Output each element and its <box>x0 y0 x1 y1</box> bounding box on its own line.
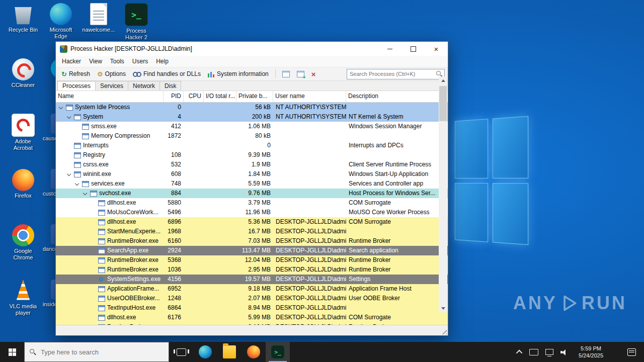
network-icon[interactable] <box>545 349 553 355</box>
process-row[interactable]: smss.exe4121.06 MBWindows Session Manage… <box>56 122 448 131</box>
menu-item-hacker[interactable]: Hacker <box>58 56 85 66</box>
scrollbar-thumb[interactable] <box>439 86 447 121</box>
menu-item-help[interactable]: Help <box>152 56 173 66</box>
toolbar-new-pane-button[interactable] <box>294 70 307 78</box>
search-processes-input[interactable] <box>347 69 445 79</box>
process-row[interactable]: RuntimeBroker.exe61607.03 MBDESKTOP-JGLL… <box>56 236 448 246</box>
process-io <box>204 255 236 265</box>
tab-disk[interactable]: Disk <box>159 81 181 90</box>
process-cpu <box>184 179 204 189</box>
taskbar-clock[interactable]: 5:59 PM 5/24/2025 <box>576 345 606 359</box>
desktop-icon-ccleaner[interactable]: CCleaner <box>5 58 41 88</box>
process-row[interactable]: csrss.exe5321.9 MBClient Server Runtime … <box>56 160 448 169</box>
taskbar-firefox-button[interactable] <box>242 342 266 362</box>
window-close-button[interactable]: × <box>425 42 448 56</box>
process-row[interactable]: dllhost.exe68965.36 MBDESKTOP-JGLLJLD\ad… <box>56 217 448 227</box>
process-pid: 2924 <box>164 246 184 255</box>
taskbar-search[interactable] <box>24 342 169 362</box>
process-row[interactable]: TextInputHost.exe68648.94 MBDESKTOP-JGLL… <box>56 303 448 313</box>
tab-processes[interactable]: Processes <box>57 81 96 90</box>
taskbar-file-explorer-button[interactable] <box>217 342 242 362</box>
process-row[interactable]: Memory Compression187280 kB <box>56 131 448 141</box>
column-header-cpu[interactable]: CPU <box>184 91 204 102</box>
start-button[interactable] <box>0 342 24 362</box>
action-center-button[interactable] <box>623 348 640 356</box>
process-row[interactable]: SearchApp.exe2924113.47 MBDESKTOP-JGLLJL… <box>56 246 448 255</box>
process-row[interactable]: svchost.exe8849.76 MBHost Process for Wi… <box>56 189 448 198</box>
menu-item-view[interactable]: View <box>85 56 106 66</box>
toolbar-terminate-button[interactable]: × <box>309 69 318 79</box>
hidden-icons-chevron-icon[interactable] <box>516 349 523 356</box>
desktop-icon-google-chrome[interactable]: Google Chrome <box>5 224 41 261</box>
menu-item-tools[interactable]: Tools <box>106 56 128 66</box>
process-priv: 1.06 MB <box>236 122 273 131</box>
process-icon <box>98 267 105 273</box>
process-desc: COM Surrogate <box>346 313 439 322</box>
process-row[interactable]: Registry1089.39 MB <box>56 150 448 160</box>
expand-chevron-icon[interactable] <box>75 181 79 185</box>
desktop-icon-recycle-bin[interactable]: Recycle Bin <box>5 3 41 33</box>
tab-network[interactable]: Network <box>128 81 160 90</box>
search-icon <box>30 349 36 355</box>
process-cpu <box>184 208 204 217</box>
process-row[interactable]: ApplicationFrame...69529.18 MBDESKTOP-JG… <box>56 284 448 294</box>
expand-chevron-icon[interactable] <box>59 105 63 109</box>
firefox-icon <box>247 345 260 358</box>
process-row[interactable]: RuntimeBroker.exe536812.04 MBDESKTOP-JGL… <box>56 255 448 265</box>
process-name: System <box>83 112 103 122</box>
scroll-up-button[interactable] <box>439 76 447 84</box>
process-row[interactable]: services.exe7485.59 MBServices and Contr… <box>56 179 448 189</box>
refresh-button[interactable]: ↻ Refresh <box>59 69 93 79</box>
toolbar-pane-button[interactable] <box>280 70 292 78</box>
process-io <box>204 236 236 246</box>
expand-chevron-icon[interactable] <box>83 191 87 195</box>
column-header-private-b[interactable]: Private b... <box>236 91 273 102</box>
desktop-icon-firefox[interactable]: Firefox <box>5 169 41 199</box>
volume-icon[interactable] <box>560 349 569 355</box>
process-row[interactable]: wininit.exe6081.84 MBWindows Start-Up Ap… <box>56 169 448 179</box>
process-name: SystemSettings.exe <box>107 275 160 284</box>
process-row[interactable]: System Idle Process056 kBNT AUTHORITY\SY… <box>56 103 448 112</box>
touch-keyboard-icon[interactable] <box>529 349 538 355</box>
desktop-icon-microsoft-edge[interactable]: Microsoft Edge <box>43 3 79 40</box>
process-row[interactable]: System4200 kBNT AUTHORITY\SYSTEMNT Kerne… <box>56 112 448 122</box>
process-row[interactable]: Interrupts0Interrupts and DPCs <box>56 141 448 150</box>
menu-item-users[interactable]: Users <box>128 56 152 66</box>
column-header-i-o-total-r[interactable]: I/O total r... <box>204 91 236 102</box>
process-io <box>204 141 236 150</box>
expand-chevron-icon[interactable] <box>67 171 71 175</box>
process-row[interactable]: ⚙SystemSettings.exe415619.57 MBDESKTOP-J… <box>56 275 448 284</box>
scroll-down-button[interactable] <box>439 304 447 312</box>
taskbar-search-input[interactable] <box>40 348 152 356</box>
expand-chevron-icon[interactable] <box>67 114 71 118</box>
process-row[interactable]: dllhost.exe58803.79 MBCOM Surrogate <box>56 198 448 208</box>
process-user <box>273 131 346 141</box>
system-information-button[interactable]: System information <box>205 69 271 78</box>
process-row[interactable]: UserOOBEBroker...12482.07 MBDESKTOP-JGLL… <box>56 294 448 303</box>
window-maximize-button[interactable] <box>401 42 425 56</box>
process-row[interactable]: RuntimeBroker.exe10362.95 MBDESKTOP-JGLL… <box>56 265 448 275</box>
window-minimize-button[interactable] <box>378 42 401 56</box>
resize-grip[interactable] <box>440 328 447 334</box>
column-header-description[interactable]: Description <box>346 91 439 102</box>
options-button[interactable]: ⚙ Options <box>95 69 128 79</box>
process-name-cell: dllhost.exe <box>56 198 164 208</box>
taskbar-process-hacker-button[interactable] <box>266 342 290 362</box>
taskbar-edge-button[interactable] <box>193 342 217 362</box>
column-header-pid[interactable]: PID <box>164 91 184 102</box>
process-row[interactable]: StartMenuExperie...196816.7 MBDESKTOP-JG… <box>56 227 448 236</box>
desktop-icon-process-hacker-2[interactable]: Process Hacker 2 <box>118 3 154 41</box>
process-row[interactable]: MoUsoCoreWork...549611.96 MBMoUSO Core W… <box>56 208 448 217</box>
vertical-scrollbar[interactable] <box>439 76 447 312</box>
process-name-cell: Registry <box>56 150 164 160</box>
column-header-name[interactable]: Name <box>56 91 164 102</box>
desktop-icon-nawelcome[interactable]: nawelcome... <box>80 3 117 33</box>
desktop-icon-vlc-media-player[interactable]: VLC media player <box>5 280 41 316</box>
tab-services[interactable]: Services <box>95 81 128 90</box>
process-row[interactable]: dllhost.exe61765.99 MBDESKTOP-JGLLJLD\ad… <box>56 313 448 322</box>
desktop-icon-adobe-acrobat[interactable]: Adobe Acrobat <box>5 114 41 151</box>
find-handles-button[interactable]: Find handles or DLLs <box>130 69 203 78</box>
task-view-button[interactable] <box>169 342 193 362</box>
title-bar[interactable]: Process Hacker [DESKTOP-JGLLJLD\admin] × <box>56 42 448 56</box>
column-header-user-name[interactable]: User name <box>273 91 346 102</box>
